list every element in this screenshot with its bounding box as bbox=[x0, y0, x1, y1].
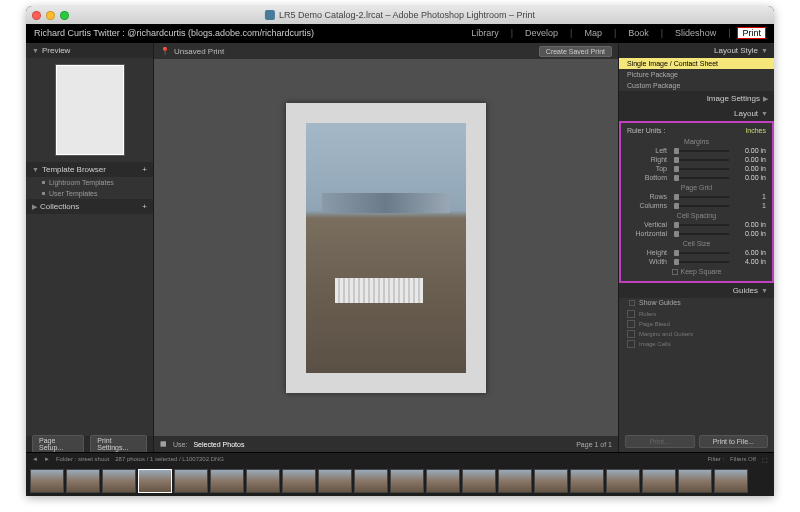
margin-bottom-slider[interactable]: Bottom0.00 in bbox=[621, 173, 772, 182]
thumb[interactable] bbox=[210, 469, 244, 493]
margin-left-slider[interactable]: Left0.00 in bbox=[621, 146, 772, 155]
ruler-units-value[interactable]: Inches bbox=[745, 127, 766, 134]
module-develop[interactable]: Develop bbox=[520, 27, 563, 39]
guide-bleed[interactable]: Page Bleed bbox=[627, 319, 766, 329]
thumb[interactable] bbox=[390, 469, 424, 493]
print-canvas[interactable] bbox=[154, 59, 618, 436]
thumbnail-strip[interactable] bbox=[26, 465, 774, 496]
chevron-right-icon: ▶ bbox=[32, 203, 37, 211]
thumb[interactable] bbox=[174, 469, 208, 493]
module-library[interactable]: Library bbox=[466, 27, 504, 39]
slider-icon[interactable] bbox=[674, 261, 729, 263]
print-settings-button[interactable]: Print Settings... bbox=[90, 435, 147, 452]
rows-slider[interactable]: Rows1 bbox=[621, 192, 772, 201]
thumb[interactable] bbox=[678, 469, 712, 493]
ruler-units-row[interactable]: Ruler Units : Inches bbox=[621, 125, 772, 136]
thumb[interactable] bbox=[606, 469, 640, 493]
filters-off[interactable]: Filters Off bbox=[730, 456, 756, 462]
thumb[interactable] bbox=[642, 469, 676, 493]
margins-section: Margins bbox=[621, 136, 772, 146]
thumb[interactable] bbox=[426, 469, 460, 493]
template-browser-label: Template Browser bbox=[42, 165, 106, 174]
cell-size-section: Cell Size bbox=[621, 238, 772, 248]
thumb[interactable] bbox=[246, 469, 280, 493]
close-icon[interactable] bbox=[32, 11, 41, 20]
vertical-spacing-slider[interactable]: Vertical0.00 in bbox=[621, 220, 772, 229]
keep-square-checkbox[interactable]: Keep Square bbox=[621, 266, 772, 277]
thumb[interactable] bbox=[102, 469, 136, 493]
zoom-icon[interactable] bbox=[60, 11, 69, 20]
create-saved-print-button[interactable]: Create Saved Print bbox=[539, 46, 612, 57]
thumb[interactable] bbox=[354, 469, 388, 493]
photo-cell[interactable] bbox=[306, 123, 466, 373]
layout-custom-package[interactable]: Custom Package bbox=[619, 80, 774, 91]
thumb[interactable] bbox=[714, 469, 748, 493]
guides-list: Rulers Page Bleed Margins and Gutters Im… bbox=[619, 307, 774, 351]
thumb[interactable] bbox=[570, 469, 604, 493]
thumb[interactable] bbox=[534, 469, 568, 493]
module-slideshow[interactable]: Slideshow bbox=[670, 27, 721, 39]
nav-fwd-icon[interactable]: ► bbox=[44, 456, 50, 462]
checkbox-icon[interactable] bbox=[629, 300, 635, 306]
module-map[interactable]: Map bbox=[579, 27, 607, 39]
chevron-right-icon: ▶ bbox=[763, 95, 768, 103]
slider-icon[interactable] bbox=[674, 159, 729, 161]
right-panel: Layout Style▼ Single Image / Contact She… bbox=[618, 43, 774, 452]
slider-icon[interactable] bbox=[674, 205, 729, 207]
columns-slider[interactable]: Columns1 bbox=[621, 201, 772, 210]
preview-header[interactable]: ▼Preview bbox=[26, 43, 153, 58]
guide-cells[interactable]: Image Cells bbox=[627, 339, 766, 349]
slider-icon[interactable] bbox=[674, 252, 729, 254]
image-settings-header[interactable]: Image Settings▶ bbox=[619, 91, 774, 106]
chevron-down-icon: ▼ bbox=[761, 47, 768, 54]
slider-icon[interactable] bbox=[674, 150, 729, 152]
guides-header[interactable]: Guides▼ bbox=[619, 283, 774, 298]
module-print[interactable]: Print bbox=[737, 27, 766, 39]
print-to-file-button[interactable]: Print to File... bbox=[699, 435, 769, 448]
user-templates-item[interactable]: User Templates bbox=[26, 188, 153, 199]
folder-label[interactable]: Folder : street shoot bbox=[56, 456, 109, 462]
layout-header[interactable]: Layout▼ bbox=[619, 106, 774, 121]
thumb[interactable] bbox=[462, 469, 496, 493]
thumb[interactable] bbox=[498, 469, 532, 493]
use-value[interactable]: Selected Photos bbox=[193, 441, 244, 448]
guide-rulers[interactable]: Rulers bbox=[627, 309, 766, 319]
page-setup-button[interactable]: Page Setup... bbox=[32, 435, 84, 452]
collections-header[interactable]: ▶Collections+ bbox=[26, 199, 153, 214]
thumb[interactable] bbox=[66, 469, 100, 493]
margin-top-slider[interactable]: Top0.00 in bbox=[621, 164, 772, 173]
slider-icon[interactable] bbox=[674, 233, 729, 235]
grid-icon[interactable]: ▦ bbox=[160, 440, 167, 448]
filter-label: Filter : bbox=[707, 456, 724, 462]
lightroom-templates-item[interactable]: Lightroom Templates bbox=[26, 177, 153, 188]
add-icon[interactable]: + bbox=[142, 165, 147, 174]
guide-margins[interactable]: Margins and Gutters bbox=[627, 329, 766, 339]
height-slider[interactable]: Height6.00 in bbox=[621, 248, 772, 257]
show-guides-checkbox[interactable]: Show Guides bbox=[619, 298, 774, 307]
pin-icon[interactable]: 📍 bbox=[160, 47, 170, 56]
print-button[interactable]: Print... bbox=[625, 435, 695, 448]
slider-icon[interactable] bbox=[674, 177, 729, 179]
margin-right-slider[interactable]: Right0.00 in bbox=[621, 155, 772, 164]
slider-icon[interactable] bbox=[674, 168, 729, 170]
horizontal-spacing-slider[interactable]: Horizontal0.00 in bbox=[621, 229, 772, 238]
thumb[interactable] bbox=[282, 469, 316, 493]
layout-style-header[interactable]: Layout Style▼ bbox=[619, 43, 774, 58]
lock-icon[interactable]: ⬚ bbox=[762, 456, 768, 463]
module-book[interactable]: Book bbox=[623, 27, 654, 39]
minimize-icon[interactable] bbox=[46, 11, 55, 20]
checkbox-icon[interactable] bbox=[672, 269, 678, 275]
layout-picture-package[interactable]: Picture Package bbox=[619, 69, 774, 80]
slider-icon[interactable] bbox=[674, 196, 729, 198]
width-slider[interactable]: Width4.00 in bbox=[621, 257, 772, 266]
template-browser-header[interactable]: ▼Template Browser+ bbox=[26, 162, 153, 177]
thumb[interactable] bbox=[318, 469, 352, 493]
add-icon[interactable]: + bbox=[142, 202, 147, 211]
thumb-selected[interactable] bbox=[138, 469, 172, 493]
layout-single-image[interactable]: Single Image / Contact Sheet bbox=[619, 58, 774, 69]
nav-back-icon[interactable]: ◄ bbox=[32, 456, 38, 462]
slider-icon[interactable] bbox=[674, 224, 729, 226]
main-body: ▼Preview ▼Template Browser+ Lightroom Te… bbox=[26, 42, 774, 452]
thumb[interactable] bbox=[30, 469, 64, 493]
content-toolbar: ▦ Use: Selected Photos Page 1 of 1 bbox=[154, 436, 618, 452]
